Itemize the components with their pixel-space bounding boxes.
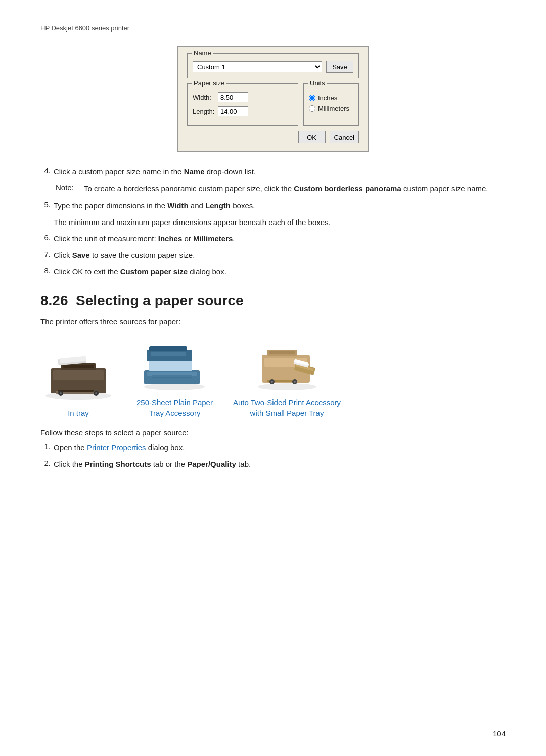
note-label: Note: bbox=[56, 183, 76, 195]
duplex-illustration bbox=[249, 337, 325, 393]
step-7-number: 7. bbox=[40, 250, 51, 261]
ok-button[interactable]: OK bbox=[298, 131, 326, 143]
note-text: To create a borderless panoramic custom … bbox=[84, 183, 488, 195]
step-6-text: Click the unit of measurement: Inches or… bbox=[54, 233, 506, 245]
printer-images-row: In tray 250-Sheet Plain Paper bbox=[40, 337, 506, 418]
in-tray-illustration bbox=[40, 348, 116, 404]
section-intro: The printer offers three sources for pap… bbox=[40, 316, 506, 328]
step-6: 6. Click the unit of measurement: Inches… bbox=[40, 233, 506, 245]
image-item-auto-duplex: Auto Two-Sided Print Accessory with Smal… bbox=[233, 337, 341, 418]
page-number: 104 bbox=[493, 729, 506, 738]
name-select-wrapper: Custom 1 bbox=[193, 61, 322, 72]
paper-size-title: Paper size bbox=[192, 79, 226, 87]
inches-label: Inches bbox=[318, 94, 337, 102]
name-section: Name Custom 1 Save bbox=[187, 53, 359, 78]
section-heading: 8.26 Selecting a paper source bbox=[40, 293, 506, 309]
step-4-text: Click a custom paper size name in the Na… bbox=[54, 166, 506, 178]
millimeters-label: Millimeters bbox=[318, 105, 349, 112]
follow-step-2: 2. Click the Printing Shortcuts tab or t… bbox=[40, 459, 506, 470]
width-label: Width: bbox=[193, 94, 215, 101]
printer-properties-link[interactable]: Printer Properties bbox=[87, 443, 146, 452]
name-section-title: Name bbox=[192, 49, 213, 57]
ok-cancel-row: OK Cancel bbox=[187, 131, 359, 143]
dialog-wrapper: Name Custom 1 Save Paper size bbox=[40, 46, 506, 152]
svg-point-35 bbox=[271, 381, 273, 383]
paper-size-section: Paper size Width: Length: bbox=[187, 83, 298, 126]
step-8-number: 8. bbox=[40, 266, 51, 278]
image-item-250-sheet: 250-Sheet Plain Paper Tray Accessory bbox=[136, 337, 213, 418]
page-header: HP Deskjet 6600 series printer bbox=[40, 24, 506, 32]
svg-point-36 bbox=[294, 381, 296, 383]
follow-steps-intro: Follow these steps to select a paper sou… bbox=[40, 428, 506, 437]
svg-rect-16 bbox=[149, 360, 192, 371]
save-button[interactable]: Save bbox=[326, 61, 353, 73]
svg-point-12 bbox=[95, 392, 97, 394]
step-8-text: Click OK to exit the Custom paper size d… bbox=[54, 266, 506, 278]
inches-radio-row: Inches bbox=[309, 94, 353, 102]
svg-rect-2 bbox=[53, 370, 104, 380]
svg-rect-20 bbox=[149, 346, 187, 351]
svg-point-13 bbox=[144, 383, 205, 390]
millimeters-radio-row: Millimeters bbox=[309, 105, 353, 112]
width-input[interactable] bbox=[218, 92, 248, 102]
step-8: 8. Click OK to exit the Custom paper siz… bbox=[40, 266, 506, 278]
250-sheet-illustration bbox=[136, 337, 212, 393]
cancel-button[interactable]: Cancel bbox=[330, 131, 359, 143]
follow-step-2-text: Click the Printing Shortcuts tab or the … bbox=[54, 459, 506, 470]
millimeters-radio[interactable] bbox=[309, 105, 315, 112]
svg-rect-8 bbox=[58, 390, 94, 392]
length-input[interactable] bbox=[218, 106, 248, 116]
250-sheet-label[interactable]: 250-Sheet Plain Paper Tray Accessory bbox=[136, 397, 213, 418]
step-7: 7. Click Save to save the custom paper s… bbox=[40, 250, 506, 261]
step-6-number: 6. bbox=[40, 233, 51, 245]
name-dropdown[interactable]: Custom 1 bbox=[193, 61, 322, 72]
in-tray-label[interactable]: In tray bbox=[68, 408, 89, 418]
step-5-para: The minimum and maximum paper dimensions… bbox=[54, 217, 506, 229]
inches-radio[interactable] bbox=[309, 95, 315, 101]
paper-units-row: Paper size Width: Length: Units bbox=[187, 83, 359, 126]
image-item-in-tray: In tray bbox=[40, 348, 116, 418]
width-row: Width: bbox=[193, 92, 293, 102]
step-5-text: Type the paper dimensions in the Width a… bbox=[54, 200, 506, 212]
follow-step-2-number: 2. bbox=[40, 459, 51, 470]
step-5-number: 5. bbox=[40, 200, 51, 212]
follow-step-1-number: 1. bbox=[40, 442, 51, 454]
duplex-label[interactable]: Auto Two-Sided Print Accessory with Smal… bbox=[233, 397, 341, 418]
step-4: 4. Click a custom paper size name in the… bbox=[40, 166, 506, 178]
follow-step-1: 1. Open the Printer Properties dialog bo… bbox=[40, 442, 506, 454]
step-4-number: 4. bbox=[40, 166, 51, 178]
note-block: Note: To create a borderless panoramic c… bbox=[56, 183, 506, 195]
follow-step-1-text: Open the Printer Properties dialog box. bbox=[54, 442, 506, 454]
svg-point-23 bbox=[258, 383, 316, 390]
units-title: Units bbox=[308, 79, 327, 87]
units-section: Units Inches Millimeters bbox=[303, 83, 359, 126]
svg-point-11 bbox=[60, 392, 62, 394]
step-5: 5. Type the paper dimensions in the Widt… bbox=[40, 200, 506, 212]
svg-rect-5 bbox=[63, 365, 94, 368]
length-row: Length: bbox=[193, 106, 293, 116]
header-title: HP Deskjet 6600 series printer bbox=[40, 24, 129, 32]
step-7-text: Click Save to save the custom paper size… bbox=[54, 250, 506, 261]
svg-rect-19 bbox=[151, 352, 186, 356]
length-label: Length: bbox=[193, 108, 215, 115]
svg-rect-31 bbox=[269, 351, 295, 354]
custom-paper-size-dialog: Name Custom 1 Save Paper size bbox=[177, 46, 369, 152]
